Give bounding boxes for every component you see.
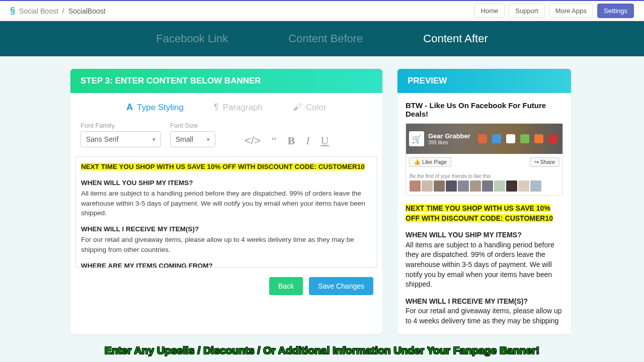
tool-tab-label: Type Styling: [137, 103, 184, 113]
fb-likes-count: 399 likes: [428, 140, 470, 145]
font-size-select[interactable]: Small▾: [170, 131, 215, 147]
font-size-value: Small: [176, 135, 193, 143]
breadcrumb-page: SocialBoost: [68, 7, 106, 15]
font-family-value: Sans Serif: [86, 135, 119, 143]
fb-cover-art: [478, 134, 557, 143]
editor-q3: WHERE ARE MY ITEMS COMING FROM?: [81, 261, 372, 268]
font-family-label: Font Family: [80, 122, 161, 129]
preview-q1: WHEN WILL YOU SHIP MY ITEMS?: [406, 230, 563, 240]
editor-a1: All items are subject to a handling peri…: [81, 189, 372, 218]
editor-q2: WHEN WILL I RECEIVE MY ITEM(S)?: [81, 224, 372, 234]
top-buttons: Home Support More Apps Settings: [474, 4, 634, 18]
breadcrumb-app[interactable]: Social Boost: [19, 7, 58, 15]
tool-tab-color[interactable]: 🖌Color: [278, 102, 342, 113]
font-family-field: Font Family Sans Serif▾: [80, 122, 161, 147]
tool-tabs: AType Styling ¶Paragraph 🖌Color: [70, 93, 382, 122]
fb-avatars: [410, 180, 559, 192]
tab-facebook-link[interactable]: Facebook Link: [156, 32, 228, 45]
preview-panel: PREVIEW BTW - Like Us On Facebook For Fu…: [397, 69, 571, 334]
font-size-field: Font Size Small▾: [170, 122, 215, 147]
editor-q1: WHEN WILL YOU SHIP MY ITEMS?: [81, 178, 372, 188]
support-button[interactable]: Support: [509, 4, 545, 18]
preview-header: PREVIEW: [397, 69, 571, 93]
brush-icon: 🖌: [293, 102, 302, 113]
font-icon: A: [126, 102, 133, 113]
editor-panel: STEP 3: ENTER CONTENT BELOW BANNER AType…: [70, 69, 382, 334]
fb-friends-text: Be the first of your friends to like thi…: [410, 173, 559, 179]
save-changes-button[interactable]: Save Changes: [309, 277, 373, 295]
code-icon[interactable]: </>: [245, 134, 261, 147]
breadcrumb-separator: /: [62, 7, 64, 15]
breadcrumb: § Social Boost / SocialBoost: [10, 6, 106, 16]
tool-tab-paragraph[interactable]: ¶Paragraph: [199, 102, 278, 113]
preview-a2: For our retail and giveaway items, pleas…: [406, 306, 563, 326]
settings-button[interactable]: Settings: [597, 4, 634, 18]
cart-icon: 🛒: [409, 131, 424, 146]
fb-action-bar: 👍 Like Page ↪ Share: [406, 154, 562, 170]
top-bar: § Social Boost / SocialBoost Home Suppor…: [0, 0, 644, 21]
font-family-select[interactable]: Sans Serif▾: [80, 131, 161, 147]
home-button[interactable]: Home: [474, 4, 505, 18]
step-header: STEP 3: ENTER CONTENT BELOW BANNER: [70, 69, 382, 93]
preview-content: NEXT TIME YOU SHOP WITH US SAVE 10% OFF …: [406, 204, 563, 326]
bold-icon[interactable]: B: [288, 134, 295, 147]
back-button[interactable]: Back: [269, 277, 303, 295]
app-logo-icon: §: [10, 6, 15, 16]
page-caption: Enter Any Upsells / Discounts / Or Addit…: [0, 334, 644, 362]
preview-a1: All items are subject to a handling peri…: [406, 240, 563, 290]
fb-friends: Be the first of your friends to like thi…: [406, 170, 562, 195]
fb-brand-name: Gear Grabber: [428, 132, 470, 140]
editor-a2: For our retail and giveaway items, pleas…: [81, 235, 372, 254]
fb-like-button[interactable]: 👍 Like Page: [409, 157, 451, 167]
facebook-widget: 🛒 Gear Grabber 399 likes 👍 Like Page ↪ S…: [406, 123, 563, 196]
format-buttons: </> “ B I U: [245, 134, 329, 147]
tool-tab-label: Color: [306, 103, 327, 113]
paragraph-icon: ¶: [214, 102, 219, 113]
preview-fb-title: BTW - Like Us On Facebook For Future Dea…: [406, 101, 563, 118]
chevron-down-icon: ▾: [207, 136, 210, 143]
editor-highlight: NEXT TIME YOU SHOP WITH US SAVE 10% OFF …: [81, 163, 365, 170]
more-apps-button[interactable]: More Apps: [549, 4, 593, 18]
fb-share-button[interactable]: ↪ Share: [530, 157, 559, 167]
chevron-down-icon: ▾: [152, 136, 155, 143]
preview-highlight: NEXT TIME YOU SHOP WITH US SAVE 10% OFF …: [406, 204, 553, 222]
underline-icon[interactable]: U: [321, 134, 329, 147]
content-editor[interactable]: NEXT TIME YOU SHOP WITH US SAVE 10% OFF …: [75, 156, 377, 268]
tab-content-after[interactable]: Content After: [423, 32, 488, 45]
main-tabs: Facebook Link Content Before Content Aft…: [0, 21, 644, 56]
fb-cover: 🛒 Gear Grabber 399 likes: [406, 124, 562, 154]
font-size-label: Font Size: [170, 122, 215, 129]
quote-icon[interactable]: “: [272, 134, 277, 147]
tool-tab-type-styling[interactable]: AType Styling: [111, 102, 199, 113]
tab-content-before[interactable]: Content Before: [288, 32, 363, 45]
preview-q2: WHEN WILL I RECEIVE MY ITEM(S)?: [406, 297, 563, 307]
tool-tab-label: Paragraph: [223, 103, 263, 113]
italic-icon[interactable]: I: [306, 134, 309, 147]
